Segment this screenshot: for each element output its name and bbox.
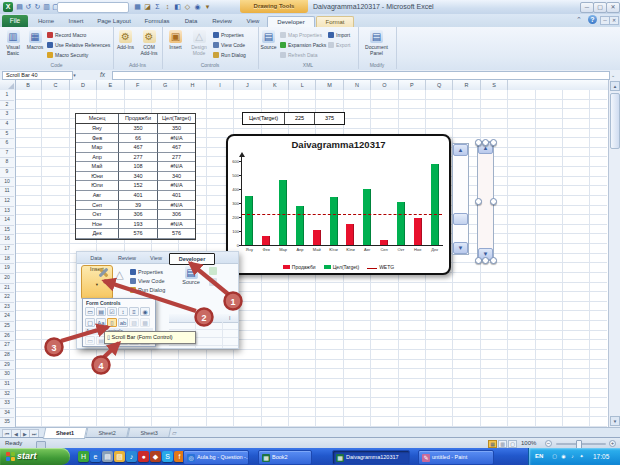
language-indicator[interactable]: EN: [535, 453, 543, 459]
name-box-dropdown-icon[interactable]: ▾: [70, 71, 79, 80]
fill-icon[interactable]: ◧: [173, 2, 182, 12]
column-header-F[interactable]: F: [125, 80, 152, 90]
vertical-scrollbar[interactable]: ▲ ▼: [608, 80, 620, 427]
ribbon-item-properties[interactable]: Properties: [212, 30, 257, 40]
tab-review[interactable]: Review: [205, 16, 239, 27]
column-header-O[interactable]: O: [371, 80, 398, 90]
table-cell[interactable]: 401: [158, 191, 195, 201]
table-cell[interactable]: 350: [158, 124, 195, 134]
table-cell[interactable]: Апр: [76, 153, 119, 163]
scrollbar1-up-icon[interactable]: ▲: [453, 144, 468, 156]
table-cell[interactable]: Юли: [76, 181, 119, 191]
column-header-cell[interactable]: Цел(Target): [158, 114, 195, 124]
scroll-down-icon[interactable]: ▼: [610, 416, 620, 426]
restore-button[interactable]: ▢: [593, 2, 607, 13]
internet-explorer-icon[interactable]: e: [90, 451, 101, 462]
table-cell[interactable]: #N/A: [158, 134, 195, 144]
formula-bar-expand-icon[interactable]: ⌄: [611, 72, 615, 78]
scrollbar1-down-icon[interactable]: ▼: [453, 242, 468, 254]
table-cell[interactable]: 277: [158, 153, 195, 163]
form-control-check-box-icon[interactable]: ☑: [107, 307, 117, 316]
ribbon-item-refresh-data[interactable]: Refresh Data: [279, 50, 327, 60]
inset-tab-view[interactable]: View: [145, 253, 167, 263]
tab-home[interactable]: Home: [31, 16, 61, 27]
taskbar-window-1[interactable]: ◎Aula.bg - Question -...: [183, 450, 249, 465]
table-cell[interactable]: 277: [119, 153, 158, 163]
print-icon[interactable]: ▥: [42, 2, 51, 12]
form-control-button-icon[interactable]: ▭: [85, 307, 95, 316]
table-cell[interactable]: #N/A: [158, 181, 195, 191]
taskbar-window-3[interactable]: ▦Daivagramma120317: [332, 450, 410, 465]
column-header-C[interactable]: C: [42, 80, 69, 90]
sheet-tab-sheet1[interactable]: Sheet1: [43, 428, 87, 439]
table-icon[interactable]: ▦: [133, 2, 142, 12]
table-cell[interactable]: 66: [119, 134, 158, 144]
inset-item-run-dialog[interactable]: Run Dialog: [129, 285, 175, 294]
table-cell[interactable]: #N/A: [158, 220, 195, 230]
scrollbar-control-1[interactable]: ▲ ▼: [452, 143, 469, 255]
tab-file[interactable]: File: [2, 15, 28, 27]
zoom-level[interactable]: 100%: [521, 440, 536, 446]
tab-insert[interactable]: Insert: [61, 16, 91, 27]
column-header-P[interactable]: P: [399, 80, 426, 90]
ribbon-item-macro-security[interactable]: Macro Security: [46, 50, 112, 60]
form-control-shaded-cell-icon[interactable]: ▨: [129, 318, 139, 327]
app-green-icon[interactable]: H: [78, 451, 89, 462]
column-header-cell[interactable]: Продажби: [119, 114, 158, 124]
selection-handle[interactable]: [490, 198, 497, 205]
zoom-out-icon[interactable]: −: [545, 440, 552, 447]
form-control-combo-box-icon[interactable]: ▤: [96, 307, 106, 316]
table-cell[interactable]: 39: [119, 201, 158, 211]
com-addins-button[interactable]: ⚙ COM Add-Ins: [138, 29, 160, 62]
ribbon-item-map-properties[interactable]: Map Properties: [279, 30, 327, 40]
table-cell[interactable]: 350: [119, 124, 158, 134]
table-cell[interactable]: Юни: [76, 172, 119, 182]
column-header-K[interactable]: K: [262, 80, 289, 90]
taskbar-window-2[interactable]: ▦Book2: [258, 450, 312, 465]
select-all-corner[interactable]: [0, 80, 16, 90]
table-cell[interactable]: #N/A: [158, 201, 195, 211]
folder-icon[interactable]: ▨: [114, 451, 125, 462]
scroll-up-icon[interactable]: ▲: [610, 81, 620, 91]
column-header-E[interactable]: E: [97, 80, 124, 90]
inset-item-view-code[interactable]: View Code: [129, 276, 175, 285]
table-cell[interactable]: 306: [119, 210, 158, 220]
tab-formulas[interactable]: Formulas: [137, 16, 177, 27]
design-mode-button[interactable]: △ Design Mode: [188, 29, 210, 62]
macros-button[interactable]: ▦ Macros: [25, 29, 45, 62]
ribbon-item-record-macro[interactable]: Record Macro: [46, 30, 112, 40]
normal-view-button[interactable]: ▦: [488, 440, 497, 448]
inset-source-button[interactable]: ▤ Source: [178, 265, 204, 298]
ribbon-item-expansion-packs[interactable]: Expansion Packs: [279, 40, 327, 50]
tray-display-icon[interactable]: ▢: [551, 453, 558, 460]
table-cell[interactable]: #N/A: [158, 162, 195, 172]
target-label-cell[interactable]: Цел(Target): [243, 113, 285, 124]
tray-volume-icon[interactable]: ♪: [569, 453, 576, 460]
form-control-more-icon[interactable]: ▩: [140, 318, 150, 327]
insert-controls-button[interactable]: ▣ Insert: [165, 29, 186, 62]
column-header-G[interactable]: G: [152, 80, 179, 90]
table-cell[interactable]: Фев: [76, 134, 119, 144]
column-header-M[interactable]: M: [316, 80, 343, 90]
redo-icon[interactable]: ↻: [33, 2, 42, 12]
table-cell[interactable]: 467: [119, 143, 158, 153]
table-cell[interactable]: 306: [158, 210, 195, 220]
column-header-L[interactable]: L: [289, 80, 316, 90]
table-cell[interactable]: 467: [158, 143, 195, 153]
table-cell[interactable]: 152: [119, 181, 158, 191]
help-icon[interactable]: ?: [588, 15, 597, 24]
page-break-preview-button[interactable]: ▢: [508, 440, 517, 448]
activex-command-button-icon[interactable]: ▭: [85, 336, 95, 345]
vscroll-thumb[interactable]: [610, 93, 620, 149]
column-header-N[interactable]: N: [344, 80, 371, 90]
inset-item-properties[interactable]: Properties: [129, 267, 175, 276]
column-header-R[interactable]: R: [453, 80, 480, 90]
camera-icon[interactable]: ◉: [193, 2, 202, 12]
column-header-D[interactable]: D: [70, 80, 97, 90]
skype-icon[interactable]: S: [162, 451, 173, 462]
formula-input[interactable]: [112, 71, 610, 80]
start-button[interactable]: start: [0, 448, 70, 465]
taskbar-window-4[interactable]: ✎untitled - Paint: [418, 450, 494, 465]
qat-box[interactable]: [57, 2, 129, 13]
tray-messenger-icon[interactable]: ✦: [578, 453, 585, 460]
